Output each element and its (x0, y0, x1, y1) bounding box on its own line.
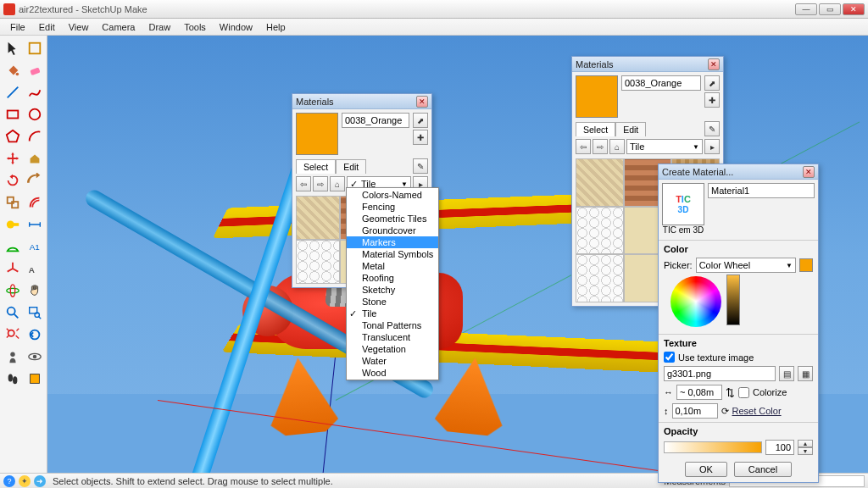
zoom-extents-tool[interactable] (2, 324, 23, 345)
current-color-swatch[interactable] (799, 258, 813, 272)
panel-titlebar[interactable]: Materials ✕ (572, 57, 723, 72)
axes-tool[interactable] (2, 258, 23, 279)
position-camera-tool[interactable] (2, 346, 23, 367)
dimension-tool[interactable] (24, 214, 45, 235)
colorize-checkbox[interactable] (738, 387, 749, 398)
pan-tool[interactable] (24, 280, 45, 301)
tab-select[interactable]: Select (296, 159, 336, 174)
dropdown-item[interactable]: Water (347, 355, 438, 367)
rectangle-tool[interactable] (2, 103, 23, 125)
library-select[interactable]: Tile▼ (626, 139, 703, 154)
material-name-input[interactable] (342, 113, 409, 128)
nav-back-button[interactable]: ⇦ (296, 176, 311, 191)
menu-view[interactable]: View (62, 19, 96, 35)
line-tool[interactable] (2, 81, 23, 103)
aspect-lock-icon[interactable]: ⟳ (721, 406, 729, 417)
material-thumb[interactable] (576, 207, 624, 255)
orbit-tool[interactable] (2, 280, 23, 301)
create-material-button[interactable]: ✚ (704, 92, 720, 108)
material-thumb[interactable] (296, 196, 340, 240)
library-dropdown[interactable]: Colors-Named Fencing Geometric Tiles Gro… (346, 187, 439, 380)
create-material-button[interactable]: ✚ (413, 130, 428, 145)
dropdown-item[interactable]: Geometric Tiles (347, 213, 438, 225)
tab-edit[interactable]: Edit (615, 122, 646, 136)
create-material-dialog[interactable]: Create Material... ✕ TIC3D TIC em 3D Col… (658, 164, 819, 483)
picker-select[interactable]: Color Wheel▼ (696, 258, 796, 273)
panel-close-button[interactable]: ✕ (416, 96, 428, 108)
default-material-button[interactable]: ⬈ (413, 113, 428, 128)
maximize-button[interactable]: ▭ (819, 3, 841, 15)
circle-tool[interactable] (24, 103, 45, 125)
opacity-spin-up[interactable]: ▲ (798, 440, 813, 447)
dropdown-item[interactable]: Roofing (347, 272, 438, 284)
dropdown-item[interactable]: Wood (347, 367, 438, 379)
material-thumb[interactable] (296, 240, 340, 284)
tab-edit[interactable]: Edit (336, 159, 366, 174)
walk-tool[interactable] (2, 368, 23, 389)
material-thumb[interactable] (576, 254, 624, 302)
panel-titlebar[interactable]: Materials ✕ (292, 94, 431, 109)
texture-file-input[interactable] (664, 366, 776, 381)
dropdown-item[interactable]: Metal (347, 260, 438, 272)
menu-help[interactable]: Help (259, 19, 292, 35)
edit-texture-button[interactable]: ▦ (798, 366, 813, 381)
text-tool[interactable]: A1 (24, 236, 45, 257)
dropdown-item[interactable]: Stone (347, 296, 438, 308)
dropdown-item[interactable]: Markers (347, 236, 438, 248)
menu-camera[interactable]: Camera (95, 19, 142, 35)
dialog-close-button[interactable]: ✕ (803, 166, 815, 178)
material-thumb[interactable] (576, 158, 624, 207)
menu-draw[interactable]: Draw (142, 19, 177, 35)
arc-tool[interactable] (24, 125, 45, 147)
eraser-tool[interactable] (24, 59, 45, 80)
dropdown-item[interactable]: Vegetation (347, 343, 438, 355)
new-material-name-input[interactable] (708, 183, 815, 198)
close-button[interactable]: ✕ (843, 3, 865, 15)
dropdown-item[interactable]: Translucent (347, 331, 438, 343)
dropdown-item[interactable]: Fencing (347, 201, 438, 213)
opacity-value-input[interactable] (765, 440, 794, 455)
link-icon[interactable]: ⇅ (726, 386, 735, 399)
zoom-tool[interactable] (2, 302, 23, 323)
previous-view-tool[interactable] (24, 324, 45, 345)
nav-back-button[interactable]: ⇦ (576, 139, 591, 154)
zoom-window-tool[interactable] (24, 302, 45, 323)
nav-forward-button[interactable]: ⇨ (593, 139, 608, 154)
tab-select[interactable]: Select (576, 122, 615, 136)
value-slider[interactable] (726, 274, 740, 325)
menu-window[interactable]: Window (213, 19, 259, 35)
dropdown-item[interactable]: ✓Tile (347, 308, 438, 319)
protractor-tool[interactable] (2, 236, 23, 257)
nav-home-button[interactable]: ⌂ (330, 176, 345, 191)
color-wheel[interactable] (670, 276, 721, 327)
make-component-tool[interactable] (24, 37, 45, 58)
menu-edit[interactable]: Edit (32, 19, 62, 35)
rotate-tool[interactable] (2, 169, 23, 191)
pushpull-tool[interactable] (24, 147, 45, 169)
dropdown-item[interactable]: Material Symbols (347, 248, 438, 260)
texture-height-input[interactable] (672, 403, 718, 419)
use-texture-checkbox[interactable] (664, 352, 675, 363)
library-menu-button[interactable]: ▸ (704, 139, 720, 154)
menu-tools[interactable]: Tools (177, 19, 213, 35)
paint-bucket-tool[interactable] (2, 59, 23, 80)
lookaround-tool[interactable] (24, 346, 45, 367)
offset-tool[interactable] (24, 191, 45, 213)
current-material-swatch[interactable] (296, 113, 338, 155)
reset-color-label[interactable]: Reset Color (732, 406, 782, 416)
browse-texture-button[interactable]: ▤ (779, 366, 794, 381)
default-material-button[interactable]: ⬈ (704, 75, 720, 91)
select-tool[interactable] (2, 37, 23, 58)
menu-file[interactable]: File (3, 19, 32, 35)
polygon-tool[interactable] (2, 125, 23, 147)
material-name-input[interactable] (621, 75, 701, 91)
opacity-slider[interactable] (664, 441, 762, 453)
dropdown-item[interactable]: Sketchy (347, 284, 438, 296)
credits-icon[interactable]: ✦ (19, 475, 31, 487)
minimize-button[interactable]: — (795, 3, 817, 15)
dropdown-item[interactable]: Groundcover (347, 225, 438, 236)
panel-close-button[interactable]: ✕ (708, 58, 720, 70)
nav-forward-button[interactable]: ⇨ (313, 176, 328, 191)
opacity-spin-down[interactable]: ▼ (798, 447, 813, 455)
3dtext-tool[interactable]: A (24, 258, 45, 279)
